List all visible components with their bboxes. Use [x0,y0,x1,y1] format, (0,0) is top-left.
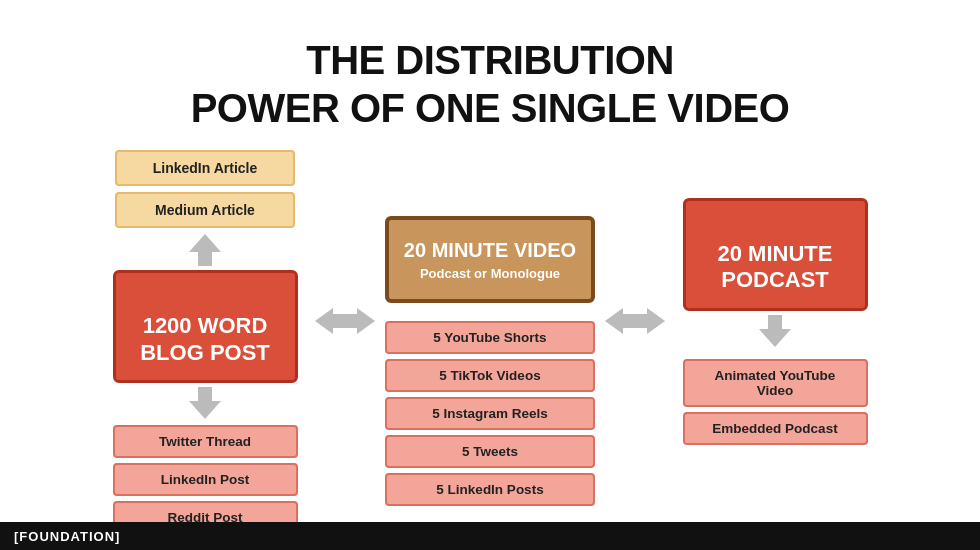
embedded-podcast-box: Embedded Podcast [683,412,868,445]
left-column: LinkedIn Article Medium Article 1200 WOR… [95,150,315,550]
footer-bar: [FOUNDATION] [0,522,980,550]
instagram-reels-box: 5 Instagram Reels [385,397,595,430]
arrow-head-right-1 [357,308,375,334]
arrow-head-right-2 [647,308,665,334]
page-title: THE DISTRIBUTION POWER OF ONE SINGLE VID… [0,0,980,132]
linkedin-posts-box: 5 LinkedIn Posts [385,473,595,506]
podcast-box: 20 MINUTE PODCAST [683,198,868,311]
youtube-shorts-box: 5 YouTube Shorts [385,321,595,354]
right-column: 20 MINUTE PODCAST Animated YouTube Video… [665,198,885,445]
twitter-thread-box: Twitter Thread [113,425,298,458]
tweets-box: 5 Tweets [385,435,595,468]
right-arrow-shaft [768,315,782,329]
center-column: 20 MINUTE VIDEO Podcast or Monologue 5 Y… [375,216,605,506]
right-arrowhead-down [759,329,791,347]
footer-label: [FOUNDATION] [14,529,120,544]
linkedin-post-box: LinkedIn Post [113,463,298,496]
center-right-arrow [605,308,665,334]
down-arrow-right [759,315,791,347]
animated-youtube-box: Animated YouTube Video [683,359,868,407]
arrowhead-down [189,401,221,419]
arrow-head-left-2 [605,308,623,334]
medium-article-box: Medium Article [115,192,295,228]
video-box: 20 MINUTE VIDEO Podcast or Monologue [385,216,595,303]
tiktok-videos-box: 5 TikTok Videos [385,359,595,392]
arrowhead-up [189,234,221,252]
article-boxes: LinkedIn Article Medium Article [115,150,295,228]
linkedin-article-box: LinkedIn Article [115,150,295,186]
h-shaft-right [623,314,647,328]
center-sub-boxes: 5 YouTube Shorts 5 TikTok Videos 5 Insta… [385,321,595,506]
down-arrow-left [189,387,221,419]
arrow-shaft-v [198,252,212,266]
right-sub-boxes: Animated YouTube Video Embedded Podcast [683,359,868,445]
title-line2: POWER OF ONE SINGLE VIDEO [191,86,790,130]
arrow-shaft-v2 [198,387,212,401]
h-shaft-left [333,314,357,328]
video-title: 20 MINUTE VIDEO [403,238,577,262]
left-center-arrow [315,308,375,334]
up-arrow-left [189,234,221,266]
video-subtitle: Podcast or Monologue [403,266,577,281]
blog-post-box: 1200 WORD BLOG POST [113,270,298,383]
title-line1: THE DISTRIBUTION [306,38,674,82]
arrow-head-left [315,308,333,334]
